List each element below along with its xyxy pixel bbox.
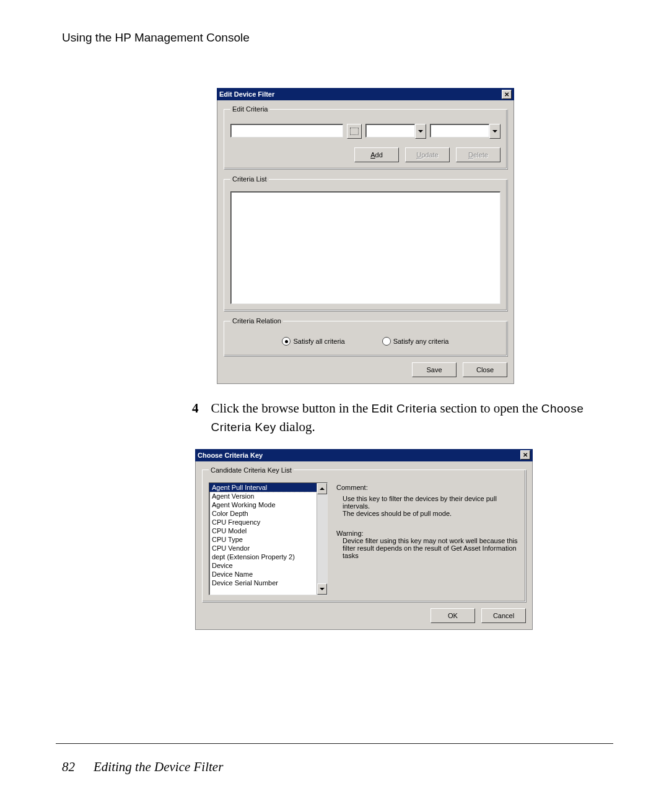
step-number: 4	[192, 399, 199, 437]
list-item[interactable]: CPU Type	[209, 535, 317, 544]
footer-rule	[56, 743, 613, 744]
list-item[interactable]: CPU Model	[209, 526, 317, 535]
list-item[interactable]: Agent Version	[209, 492, 317, 500]
scroll-up-icon[interactable]	[317, 483, 327, 494]
add-button[interactable]: Add	[354, 147, 399, 162]
value-dropdown[interactable]	[430, 124, 489, 138]
dialog-titlebar: Edit Device Filter ✕	[217, 88, 514, 100]
list-item[interactable]: Color Depth	[209, 509, 317, 518]
close-icon[interactable]: ✕	[502, 90, 512, 99]
warning-text: Device filter using this key may not wor…	[343, 537, 519, 559]
radio-any-label: Satisfy any criteria	[393, 338, 449, 345]
instruction-step-4: 4 Click the browse button in the Edit Cr…	[192, 399, 613, 437]
list-item[interactable]: dept (Extension Property 2)	[209, 552, 317, 561]
dialog-titlebar: Choose Criteria Key ✕	[195, 449, 533, 461]
list-item[interactable]: Device Serial Number	[209, 578, 317, 587]
list-item[interactable]: Agent Working Mode	[209, 500, 317, 509]
update-button: Update	[405, 147, 450, 162]
criteria-relation-legend: Criteria Relation	[230, 317, 283, 325]
section-title: Editing the Device Filter	[94, 759, 223, 775]
criteria-relation-group: Criteria Relation Satisfy all criteria S…	[224, 317, 507, 356]
criteria-list-group: Criteria List	[224, 175, 507, 311]
list-item[interactable]: CPU Frequency	[209, 518, 317, 526]
close-icon[interactable]: ✕	[520, 450, 530, 460]
scroll-down-icon[interactable]	[317, 583, 327, 595]
radio-any-criteria[interactable]: Satisfy any criteria	[382, 337, 449, 346]
radio-all-criteria[interactable]: Satisfy all criteria	[282, 337, 344, 346]
choose-criteria-key-dialog: Choose Criteria Key ✕ Candidate Criteria…	[195, 449, 533, 630]
radio-icon	[282, 337, 291, 346]
chevron-down-icon[interactable]	[489, 124, 501, 139]
radio-icon	[382, 337, 391, 346]
delete-button: Delete	[456, 147, 501, 162]
list-item[interactable]: Agent Pull Interval	[209, 483, 317, 492]
step-text: Click the browse button in the Edit Crit…	[211, 399, 614, 437]
criteria-key-input[interactable]	[230, 124, 343, 138]
list-item[interactable]: Device	[209, 561, 317, 570]
criteria-key-listbox[interactable]: Agent Pull IntervalAgent VersionAgent Wo…	[209, 482, 328, 595]
scrollbar[interactable]	[317, 483, 327, 595]
list-item[interactable]: Device Name	[209, 570, 317, 578]
chevron-down-icon[interactable]	[415, 124, 426, 139]
dialog-title: Choose Criteria Key	[198, 452, 263, 459]
candidate-list-group: Candidate Criteria Key List Agent Pull I…	[202, 466, 526, 602]
comment-panel: Comment: Use this key to filter the devi…	[336, 482, 519, 595]
candidate-list-legend: Candidate Criteria Key List	[209, 466, 294, 474]
comment-text-1: Use this key to filter the devices by th…	[343, 495, 519, 510]
browse-icon	[350, 128, 359, 135]
edit-criteria-legend: Edit Criteria	[230, 105, 269, 113]
close-button[interactable]: Close	[463, 362, 507, 377]
comment-text-2: The devices should be of pull mode.	[343, 510, 519, 517]
list-item[interactable]: CPU Vendor	[209, 544, 317, 552]
ok-button[interactable]: OK	[431, 608, 475, 623]
operator-dropdown[interactable]	[365, 124, 415, 138]
radio-all-label: Satisfy all criteria	[293, 338, 344, 345]
page-header: Using the HP Management Console	[62, 31, 613, 45]
criteria-list[interactable]	[230, 191, 501, 304]
browse-button[interactable]	[347, 124, 362, 139]
edit-device-filter-dialog: Edit Device Filter ✕ Edit Criteria	[217, 88, 514, 384]
dialog-title: Edit Device Filter	[219, 90, 274, 98]
cancel-button[interactable]: Cancel	[481, 608, 526, 623]
criteria-list-legend: Criteria List	[230, 175, 269, 183]
save-button[interactable]: Save	[412, 362, 457, 377]
warning-label: Warning:	[336, 530, 519, 537]
page-footer: 82 Editing the Device Filter	[62, 759, 223, 775]
comment-label: Comment:	[336, 484, 519, 491]
page-number: 82	[62, 759, 75, 775]
edit-criteria-group: Edit Criteria Add	[224, 105, 507, 169]
